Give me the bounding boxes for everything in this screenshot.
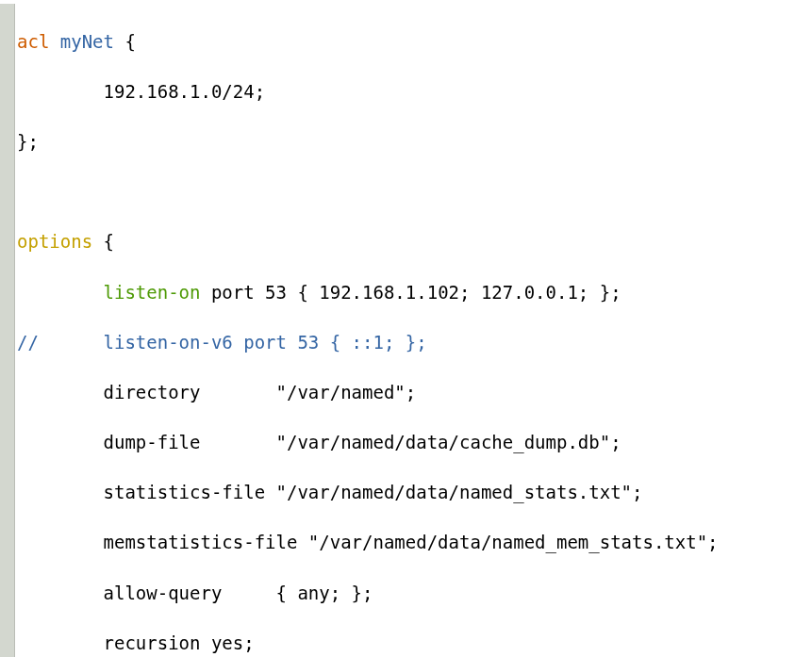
brace-open: { — [114, 31, 136, 52]
code-line: allow-query { any; }; — [17, 581, 719, 606]
blank-line — [17, 179, 719, 205]
code-line: options { — [17, 229, 719, 255]
directive-listen-on: listen-on — [104, 282, 201, 303]
comment-slashes: // — [17, 332, 39, 353]
keyword-acl: acl — [17, 31, 49, 52]
code-line: 192.168.1.0/24; — [17, 79, 719, 105]
keyword-options: options — [17, 231, 92, 252]
code-line: // listen-on-v6 port 53 { ::1; }; — [17, 330, 719, 355]
code-line: statistics-file "/var/named/data/named_s… — [17, 480, 719, 505]
acl-name: myNet — [60, 31, 114, 52]
code-line: memstatistics-file "/var/named/data/name… — [17, 530, 719, 555]
code-area[interactable]: acl myNet { 192.168.1.0/24; }; options {… — [15, 4, 719, 657]
code-line: recursion yes; — [17, 631, 719, 656]
brace-open: { — [92, 231, 114, 252]
listen-on-args: port 53 { 192.168.1.102; 127.0.0.1; }; — [200, 282, 621, 303]
code-line: dump-file "/var/named/data/cache_dump.db… — [17, 430, 719, 455]
code-line: directory "/var/named"; — [17, 380, 719, 405]
code-line: }; — [17, 129, 719, 155]
code-editor[interactable]: acl myNet { 192.168.1.0/24; }; options {… — [0, 4, 812, 657]
comment-text: listen-on-v6 port 53 { ::1; }; — [39, 332, 427, 353]
code-line: listen-on port 53 { 192.168.1.102; 127.0… — [17, 280, 719, 305]
code-line: acl myNet { — [17, 29, 719, 55]
editor-gutter — [0, 4, 15, 657]
